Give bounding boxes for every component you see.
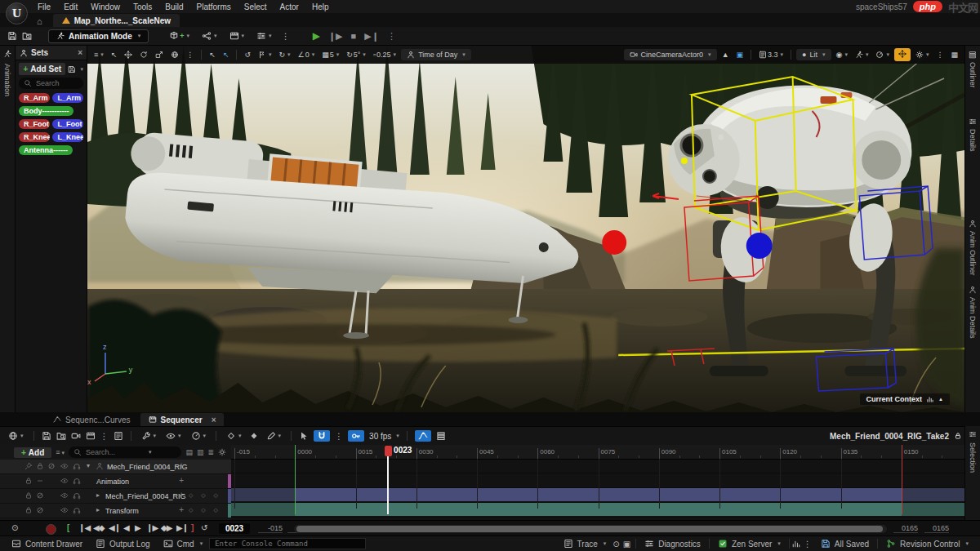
transform-gizmo-toggle[interactable] — [894, 48, 911, 61]
eye-icon[interactable] — [60, 462, 69, 470]
create-camera-icon[interactable] — [71, 431, 81, 441]
playback-end-marker[interactable] — [902, 445, 902, 514]
stop-button[interactable]: ■ — [351, 31, 357, 41]
track-row-mech-friend-0004-rig[interactable]: ▾Mech_Friend_0004_RIG+ — [0, 460, 231, 474]
eye-icon[interactable] — [60, 477, 69, 485]
set-pill-l_arm[interactable]: L_Arm — [52, 93, 83, 103]
add-section-button[interactable]: + — [179, 491, 184, 500]
sequencer-timeline[interactable]: -015000000150030004500600075009001050120… — [231, 445, 965, 520]
move-tool-button[interactable] — [122, 50, 135, 60]
render-movie-icon[interactable] — [86, 431, 96, 441]
camera-speed-dropdown[interactable]: 3.3▾ — [756, 50, 786, 60]
world-dropdown[interactable]: ▾ — [6, 430, 26, 442]
loop-button[interactable]: ↺ — [201, 523, 207, 532]
shot-track-icon[interactable] — [436, 431, 446, 441]
menu-tools[interactable]: Tools — [127, 2, 158, 12]
track-row-animation[interactable]: Animation+ — [0, 474, 231, 489]
quad-view-button[interactable]: ▦ — [948, 50, 960, 60]
expand-arrow-icon[interactable]: ▾ — [87, 462, 90, 469]
cinematics-button[interactable]: ▾ — [227, 30, 247, 42]
unreal-engine-logo-icon[interactable]: U — [6, 2, 28, 24]
red-sphere-gizmo[interactable] — [602, 230, 626, 255]
current-frame-display[interactable]: 0023 — [219, 523, 250, 534]
add-track-button[interactable]: + Add — [14, 447, 51, 458]
work-range-end-field[interactable]: 0165 — [893, 524, 918, 533]
play-button[interactable]: ▶ — [135, 523, 140, 532]
blueprints-button[interactable]: ▾ — [199, 30, 220, 42]
edit-options-dropdown[interactable]: ▾ — [264, 430, 284, 442]
curve-editor-button[interactable] — [415, 430, 431, 442]
blue-sphere-gizmo[interactable] — [746, 233, 773, 259]
right-tab-outliner[interactable]: Outliner — [969, 48, 977, 91]
lock-icon[interactable] — [24, 477, 33, 485]
character-preview-dropdown[interactable]: ▾ — [853, 50, 871, 60]
rotate-tool-button[interactable] — [137, 50, 150, 60]
keying-options-dropdown[interactable]: ▾ — [189, 430, 209, 442]
minus-icon[interactable] — [36, 477, 44, 485]
pilot-toggle-button[interactable]: ▣ — [734, 50, 746, 60]
eject-button[interactable]: ▶❙ — [364, 31, 379, 42]
more-dots-icon[interactable]: ⋮ — [801, 540, 814, 549]
viewport-scene[interactable]: z y x — [87, 46, 964, 412]
headphones-icon[interactable] — [73, 477, 81, 485]
edit-mode-cursor-icon[interactable] — [299, 431, 309, 441]
zen-server-dropdown[interactable]: Zen Server ▾ — [711, 539, 787, 549]
add-section-button[interactable]: + — [179, 505, 184, 514]
pin-icon[interactable] — [24, 462, 33, 470]
headphones-icon[interactable] — [73, 462, 81, 470]
trace-dropdown[interactable]: Trace ▾ — [557, 539, 613, 549]
more-dots-icon[interactable]: ⋮ — [282, 32, 290, 41]
view-range-start-field[interactable]: -015 — [258, 524, 283, 533]
key-navigation[interactable]: ◇ ◇ ◇ — [189, 507, 221, 513]
close-icon[interactable]: × — [212, 415, 216, 424]
auto-key-toggle-button[interactable] — [348, 430, 364, 442]
timeline-scrollbar[interactable] — [294, 525, 887, 533]
set-pill-l_knee[interactable]: L_Knee — [52, 132, 83, 142]
add-set-button[interactable]: + Add Set — [19, 63, 65, 75]
stats-icon[interactable] — [791, 539, 801, 549]
slash-icon[interactable] — [47, 462, 56, 470]
menu-platforms[interactable]: Platforms — [190, 2, 238, 12]
menu-help[interactable]: Help — [305, 2, 336, 12]
sequencer-ruler[interactable]: -015000000150030004500600075009001050120… — [231, 445, 965, 460]
record-button[interactable] — [46, 524, 56, 535]
add-section-button[interactable]: + — [179, 461, 184, 470]
view-mode-dropdown[interactable]: ● Lit▾ — [796, 49, 831, 60]
select-object-button[interactable]: ↖ — [207, 50, 218, 60]
orbit-camera-button[interactable]: ↺ — [242, 50, 253, 60]
next-key-button[interactable]: ◆▶ — [161, 523, 172, 532]
angle-snap-dropdown[interactable]: ∠ 0▾ — [296, 50, 318, 60]
frame-skip-button[interactable]: ❙▶ — [328, 31, 343, 42]
view-range-end-field[interactable]: 0165 — [924, 524, 949, 533]
all-saved-button[interactable]: All Saved — [814, 539, 875, 549]
lock-icon[interactable] — [24, 506, 33, 514]
sequence-tools-icon[interactable] — [114, 431, 123, 441]
playback-start-bracket[interactable]: [ — [67, 523, 69, 532]
filter-dropdown[interactable]: ≡▾ — [56, 448, 65, 456]
auto-key-dropdown[interactable]: ▾ — [224, 430, 244, 442]
select-anim-button[interactable]: ↖ — [220, 50, 232, 60]
add-key-icon[interactable] — [249, 431, 259, 441]
tab-sequencer[interactable]: Sequencer × — [140, 413, 225, 426]
viewport-options-button[interactable]: ≡▾ — [91, 50, 106, 60]
track-row-mech-friend-0004-rig[interactable]: ▸Mech_Friend_0004_RIG+◇ ◇ ◇ — [0, 489, 231, 504]
slash-icon[interactable] — [36, 491, 44, 500]
right-tab-anim-details[interactable]: Anim Details — [969, 283, 977, 341]
playback-status-icon[interactable]: ⊙ — [11, 523, 18, 532]
surface-snap-button[interactable]: ▾ — [256, 50, 274, 60]
to-front-button[interactable]: ❙◀ — [78, 523, 90, 532]
right-tab-details[interactable]: Details — [969, 115, 977, 154]
content-drawer-button[interactable]: Content Drawer — [5, 539, 89, 549]
console-command-input[interactable] — [209, 538, 366, 549]
editor-mode-dropdown[interactable]: Animation Mode ▾ — [48, 29, 149, 43]
diagnostics-button[interactable]: Diagnostics — [638, 539, 707, 549]
snap-rotate-button[interactable]: ↻▾ — [276, 50, 292, 60]
set-pill-r_foot[interactable]: R_Foot — [19, 119, 50, 129]
cmd-dropdown[interactable]: Cmd ▾ — [157, 539, 210, 549]
right-tab-anim-outliner[interactable]: Anim Outliner — [969, 217, 977, 278]
set-pill-r_arm[interactable]: R_Arm — [19, 93, 50, 103]
save-all-icon[interactable] — [7, 31, 17, 41]
sets-tab[interactable]: Sets × — [16, 46, 87, 60]
scale-tool-button[interactable] — [153, 50, 166, 60]
track-search-input[interactable] — [84, 447, 145, 457]
